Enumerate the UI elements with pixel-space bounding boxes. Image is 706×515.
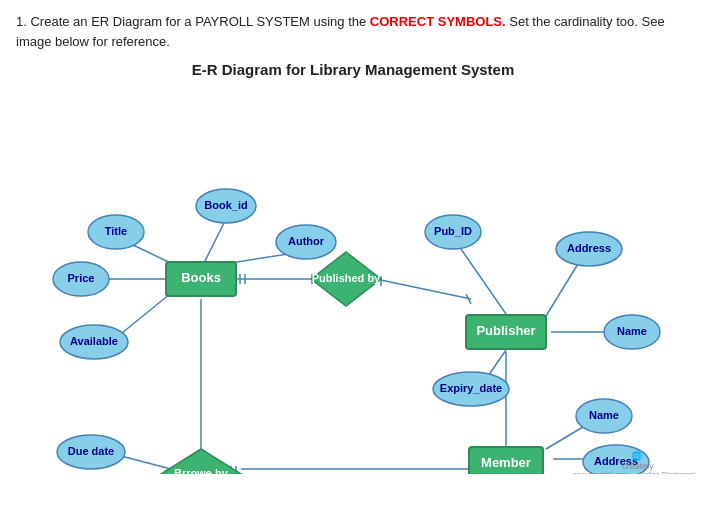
svg-text:Brrowe by: Brrowe by xyxy=(174,467,229,474)
svg-text:Member: Member xyxy=(481,455,531,470)
svg-line-12 xyxy=(546,424,588,449)
svg-text:creately: creately xyxy=(622,461,654,471)
svg-text:Name: Name xyxy=(589,409,619,421)
instruction-text: Create an ER Diagram for a PAYROLL SYSTE… xyxy=(30,14,369,29)
svg-text:www.creately.com — Online Diag: www.creately.com — Online Diagramming xyxy=(572,471,696,474)
svg-text:Published by: Published by xyxy=(312,272,381,284)
instruction-number: 1. xyxy=(16,14,27,29)
svg-text:Author: Author xyxy=(288,235,325,247)
svg-text:Pub_ID: Pub_ID xyxy=(434,225,472,237)
er-diagram: Books Publisher Member Published by Brro… xyxy=(16,84,696,474)
diagram-container: E-R Diagram for Library Management Syste… xyxy=(16,61,690,474)
instructions: 1. Create an ER Diagram for a PAYROLL SY… xyxy=(16,12,690,51)
svg-line-8 xyxy=(546,259,581,316)
svg-line-7 xyxy=(461,249,506,314)
svg-text:Book_id: Book_id xyxy=(204,199,247,211)
svg-text:Address: Address xyxy=(567,242,611,254)
svg-text:Price: Price xyxy=(68,272,95,284)
svg-line-18 xyxy=(121,456,171,469)
svg-text:Title: Title xyxy=(105,225,127,237)
svg-text:Books: Books xyxy=(181,270,221,285)
svg-text:Expiry_date: Expiry_date xyxy=(440,382,502,394)
page: 1. Create an ER Diagram for a PAYROLL SY… xyxy=(0,0,706,515)
svg-text:Publisher: Publisher xyxy=(476,323,535,338)
svg-text:Due date: Due date xyxy=(68,445,114,457)
svg-text:Available: Available xyxy=(70,335,118,347)
svg-line-6 xyxy=(376,279,471,299)
diagram-title: E-R Diagram for Library Management Syste… xyxy=(16,61,690,78)
instruction-highlight: CORRECT SYMBOLS. xyxy=(370,14,506,29)
svg-text:Name: Name xyxy=(617,325,647,337)
